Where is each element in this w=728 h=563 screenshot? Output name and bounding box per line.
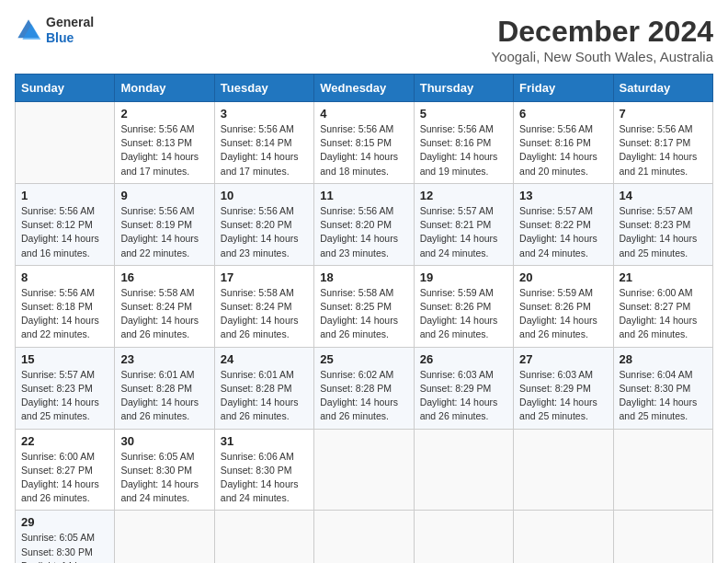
- calendar-table: Sunday Monday Tuesday Wednesday Thursday…: [15, 74, 713, 563]
- calendar-cell: 23 Sunrise: 6:01 AM Sunset: 8:28 PM Dayl…: [115, 347, 214, 429]
- calendar-cell: 4 Sunrise: 5:56 AM Sunset: 8:15 PM Dayli…: [314, 102, 414, 184]
- day-info: Sunrise: 6:02 AM Sunset: 8:28 PM Dayligh…: [320, 368, 407, 424]
- col-wednesday: Wednesday: [314, 75, 414, 102]
- calendar-cell: 31 Sunrise: 6:06 AM Sunset: 8:30 PM Dayl…: [214, 429, 313, 511]
- table-row: 15 Sunrise: 5:57 AM Sunset: 8:23 PM Dayl…: [16, 347, 713, 429]
- day-info: Sunrise: 5:56 AM Sunset: 8:20 PM Dayligh…: [320, 204, 407, 260]
- calendar-cell: 11 Sunrise: 5:56 AM Sunset: 8:20 PM Dayl…: [314, 183, 414, 265]
- day-info: Sunrise: 5:58 AM Sunset: 8:24 PM Dayligh…: [120, 286, 208, 342]
- day-number: 31: [221, 434, 308, 448]
- day-number: 27: [519, 352, 607, 366]
- day-number: 5: [420, 107, 507, 121]
- table-row: 22 Sunrise: 6:00 AM Sunset: 8:27 PM Dayl…: [16, 429, 713, 511]
- col-tuesday: Tuesday: [214, 75, 313, 102]
- calendar-cell: 15 Sunrise: 5:57 AM Sunset: 8:23 PM Dayl…: [16, 347, 115, 429]
- day-info: Sunrise: 5:58 AM Sunset: 8:24 PM Dayligh…: [221, 286, 308, 342]
- location-title: Yoogali, New South Wales, Australia: [491, 49, 713, 64]
- calendar-cell: 7 Sunrise: 5:56 AM Sunset: 8:17 PM Dayli…: [613, 102, 712, 184]
- day-number: 18: [320, 270, 407, 284]
- calendar-cell: 14 Sunrise: 5:57 AM Sunset: 8:23 PM Dayl…: [613, 183, 712, 265]
- day-info: Sunrise: 5:56 AM Sunset: 8:13 PM Dayligh…: [120, 122, 208, 178]
- day-info: Sunrise: 6:05 AM Sunset: 8:30 PM Dayligh…: [120, 450, 208, 506]
- day-number: 30: [120, 434, 208, 448]
- day-number: 11: [320, 189, 407, 202]
- calendar-cell: [314, 429, 414, 511]
- calendar-cell: [414, 429, 513, 511]
- day-info: Sunrise: 6:04 AM Sunset: 8:30 PM Dayligh…: [620, 368, 707, 424]
- day-info: Sunrise: 6:01 AM Sunset: 8:28 PM Dayligh…: [120, 368, 208, 424]
- logo-icon: [15, 17, 42, 44]
- day-info: Sunrise: 5:56 AM Sunset: 8:20 PM Dayligh…: [221, 204, 308, 260]
- day-number: 9: [120, 189, 208, 202]
- day-number: 8: [21, 270, 108, 284]
- day-info: Sunrise: 6:00 AM Sunset: 8:27 PM Dayligh…: [620, 286, 707, 342]
- calendar-cell: 25 Sunrise: 6:02 AM Sunset: 8:28 PM Dayl…: [314, 347, 414, 429]
- day-number: 19: [420, 270, 507, 284]
- calendar-cell: [414, 511, 513, 563]
- day-info: Sunrise: 5:57 AM Sunset: 8:23 PM Dayligh…: [620, 204, 707, 260]
- day-info: Sunrise: 6:05 AM Sunset: 8:30 PM Dayligh…: [21, 531, 108, 563]
- logo-text: General Blue: [46, 15, 94, 46]
- calendar-cell: 22 Sunrise: 6:00 AM Sunset: 8:27 PM Dayl…: [16, 429, 115, 511]
- day-number: 13: [519, 189, 607, 202]
- day-number: 24: [221, 352, 308, 366]
- day-info: Sunrise: 5:57 AM Sunset: 8:21 PM Dayligh…: [420, 204, 507, 260]
- day-number: 20: [519, 270, 607, 284]
- calendar-cell: [214, 511, 313, 563]
- day-info: Sunrise: 5:58 AM Sunset: 8:25 PM Dayligh…: [320, 286, 407, 342]
- calendar-cell: 3 Sunrise: 5:56 AM Sunset: 8:14 PM Dayli…: [214, 102, 313, 184]
- day-number: 15: [21, 352, 108, 366]
- day-number: 6: [519, 107, 607, 121]
- day-number: 28: [620, 352, 707, 366]
- day-info: Sunrise: 5:56 AM Sunset: 8:16 PM Dayligh…: [420, 122, 507, 178]
- day-number: 22: [21, 434, 108, 448]
- day-info: Sunrise: 5:56 AM Sunset: 8:16 PM Dayligh…: [519, 122, 607, 178]
- calendar-cell: [314, 511, 414, 563]
- col-sunday: Sunday: [16, 75, 115, 102]
- calendar-cell: 5 Sunrise: 5:56 AM Sunset: 8:16 PM Dayli…: [414, 102, 513, 184]
- calendar-cell: 1 Sunrise: 5:56 AM Sunset: 8:12 PM Dayli…: [16, 183, 115, 265]
- day-info: Sunrise: 5:59 AM Sunset: 8:26 PM Dayligh…: [420, 286, 507, 342]
- col-monday: Monday: [115, 75, 214, 102]
- calendar-cell: 6 Sunrise: 5:56 AM Sunset: 8:16 PM Dayli…: [514, 102, 613, 184]
- day-info: Sunrise: 5:56 AM Sunset: 8:14 PM Dayligh…: [221, 122, 308, 178]
- day-info: Sunrise: 5:56 AM Sunset: 8:15 PM Dayligh…: [320, 122, 407, 178]
- month-title: December 2024: [491, 15, 713, 49]
- logo: General Blue: [15, 15, 94, 46]
- day-number: 29: [21, 515, 108, 529]
- calendar-cell: 28 Sunrise: 6:04 AM Sunset: 8:30 PM Dayl…: [613, 347, 712, 429]
- day-info: Sunrise: 5:59 AM Sunset: 8:26 PM Dayligh…: [519, 286, 607, 342]
- day-number: 17: [221, 270, 308, 284]
- day-number: 14: [620, 189, 707, 202]
- calendar-header-row: Sunday Monday Tuesday Wednesday Thursday…: [16, 75, 713, 102]
- calendar-cell: 17 Sunrise: 5:58 AM Sunset: 8:24 PM Dayl…: [214, 265, 313, 347]
- day-info: Sunrise: 6:06 AM Sunset: 8:30 PM Dayligh…: [221, 450, 308, 506]
- calendar-cell: 8 Sunrise: 5:56 AM Sunset: 8:18 PM Dayli…: [16, 265, 115, 347]
- calendar-cell: 12 Sunrise: 5:57 AM Sunset: 8:21 PM Dayl…: [414, 183, 513, 265]
- calendar-cell: 16 Sunrise: 5:58 AM Sunset: 8:24 PM Dayl…: [115, 265, 214, 347]
- day-info: Sunrise: 5:56 AM Sunset: 8:18 PM Dayligh…: [21, 286, 108, 342]
- calendar-cell: 2 Sunrise: 5:56 AM Sunset: 8:13 PM Dayli…: [115, 102, 214, 184]
- day-number: 4: [320, 107, 407, 121]
- table-row: 29 Sunrise: 6:05 AM Sunset: 8:30 PM Dayl…: [16, 511, 713, 563]
- table-row: 1 Sunrise: 5:56 AM Sunset: 8:12 PM Dayli…: [16, 183, 713, 265]
- table-row: 8 Sunrise: 5:56 AM Sunset: 8:18 PM Dayli…: [16, 265, 713, 347]
- day-number: 16: [120, 270, 208, 284]
- day-info: Sunrise: 5:57 AM Sunset: 8:23 PM Dayligh…: [21, 368, 108, 424]
- logo-general-text: General: [46, 15, 94, 30]
- calendar-cell: 24 Sunrise: 6:01 AM Sunset: 8:28 PM Dayl…: [214, 347, 313, 429]
- day-number: 21: [620, 270, 707, 284]
- calendar-cell: 19 Sunrise: 5:59 AM Sunset: 8:26 PM Dayl…: [414, 265, 513, 347]
- calendar-cell: [16, 102, 115, 184]
- day-number: 23: [120, 352, 208, 366]
- calendar-cell: 18 Sunrise: 5:58 AM Sunset: 8:25 PM Dayl…: [314, 265, 414, 347]
- day-info: Sunrise: 6:00 AM Sunset: 8:27 PM Dayligh…: [21, 450, 108, 506]
- calendar-cell: [613, 429, 712, 511]
- calendar-cell: [514, 511, 613, 563]
- calendar-cell: 20 Sunrise: 5:59 AM Sunset: 8:26 PM Dayl…: [514, 265, 613, 347]
- day-number: 1: [21, 189, 108, 202]
- day-info: Sunrise: 6:03 AM Sunset: 8:29 PM Dayligh…: [420, 368, 507, 424]
- calendar-cell: 27 Sunrise: 6:03 AM Sunset: 8:29 PM Dayl…: [514, 347, 613, 429]
- calendar-cell: 30 Sunrise: 6:05 AM Sunset: 8:30 PM Dayl…: [115, 429, 214, 511]
- calendar-cell: 10 Sunrise: 5:56 AM Sunset: 8:20 PM Dayl…: [214, 183, 313, 265]
